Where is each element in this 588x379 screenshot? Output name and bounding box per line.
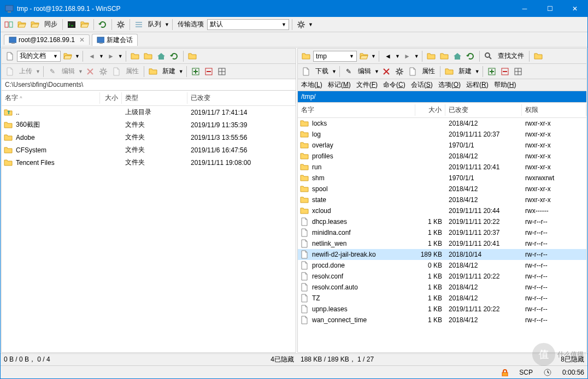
session-tab[interactable]: root@192.168.99.1 ✕ — [4, 34, 90, 45]
toolbar-icon[interactable] — [295, 19, 307, 31]
col-perm[interactable]: 权限 — [522, 104, 586, 116]
edit-button[interactable]: 编辑 — [356, 67, 373, 76]
table-row[interactable]: netlink_wen 1 KB 2019/11/11 20:41 rw-r--… — [298, 238, 586, 249]
table-row[interactable]: minidlna.conf 1 KB 2019/11/11 20:37 rw-r… — [298, 227, 586, 238]
bookmark-icon[interactable] — [532, 50, 544, 62]
props-icon[interactable] — [393, 66, 405, 78]
table-row[interactable]: state 2018/4/12 rwxr-xr-x — [298, 194, 586, 205]
table-row[interactable]: log 2019/11/11 20:37 rwxr-xr-x — [298, 129, 586, 140]
menu-session[interactable]: 会话(S) — [411, 80, 433, 90]
back-icon[interactable]: ◄ — [382, 50, 394, 62]
table-row[interactable]: dhcp.leases 1 KB 2019/11/11 20:22 rw-r--… — [298, 216, 586, 227]
new-button[interactable]: 新建 — [160, 67, 178, 76]
props-button[interactable]: 属性 — [124, 67, 141, 76]
sync-panels-icon[interactable] — [3, 19, 15, 31]
close-button[interactable]: ✕ — [562, 1, 587, 17]
col-size[interactable]: 大小 — [100, 92, 122, 104]
table-row[interactable]: procd.done 0 KB 2018/4/12 rw-r--r-- — [298, 260, 586, 271]
refresh-icon[interactable] — [464, 50, 477, 62]
sync-label[interactable]: 同步 — [42, 20, 60, 29]
minimize-button[interactable]: ─ — [512, 1, 537, 17]
col-changed[interactable]: 已改变 — [187, 92, 296, 104]
forward-icon[interactable]: ► — [401, 50, 413, 62]
menu-files[interactable]: 文件(F) — [356, 80, 378, 90]
menu-cmd[interactable]: 命令(C) — [383, 80, 405, 90]
col-name[interactable]: 名字 — [298, 104, 415, 116]
remote-file-list[interactable]: locks 2018/4/12 rwxr-xr-x log 2019/11/11… — [298, 118, 586, 352]
menu-local[interactable]: 本地(L) — [301, 80, 322, 90]
props-icon2[interactable] — [110, 66, 122, 78]
col-size[interactable]: 大小 — [415, 104, 445, 116]
remote-bookmark-combo[interactable]: tmp▼ — [313, 51, 357, 62]
table-row[interactable]: newifi-d2-jail-break.ko 189 KB 2018/10/1… — [298, 249, 586, 260]
table-row[interactable]: profiles 2018/4/12 rwxr-xr-x — [298, 151, 586, 162]
minus-icon[interactable] — [499, 66, 511, 78]
toolbar-icon[interactable] — [16, 19, 28, 31]
sync-browse-icon[interactable] — [97, 19, 109, 31]
delete-icon[interactable] — [84, 66, 96, 78]
parent-icon[interactable] — [425, 50, 437, 62]
props-button[interactable]: 属性 — [420, 67, 437, 76]
find-icon[interactable] — [483, 50, 495, 62]
col-changed[interactable]: 已改变 — [445, 104, 522, 116]
home-icon[interactable] — [155, 50, 167, 62]
upload-button[interactable]: 上传 — [17, 67, 34, 76]
new-icon[interactable] — [147, 66, 159, 78]
terminal-icon[interactable] — [66, 19, 78, 31]
transfer-preset-combo[interactable]: 默认▼ — [207, 19, 289, 30]
upload-icon[interactable] — [4, 66, 16, 78]
download-button[interactable]: 下载 — [313, 67, 331, 76]
table-row[interactable]: upnp.leases 1 KB 2019/11/11 20:22 rw-r--… — [298, 304, 586, 315]
delete-icon[interactable] — [380, 66, 392, 78]
plus-icon[interactable] — [486, 66, 498, 78]
download-icon[interactable] — [300, 66, 312, 78]
local-bookmark-combo[interactable]: 我的文档▼ — [17, 51, 61, 62]
plus-icon[interactable] — [190, 66, 202, 78]
close-tab-icon[interactable]: ✕ — [79, 36, 85, 44]
folder-icon[interactable] — [300, 50, 312, 62]
docs-icon[interactable] — [4, 50, 16, 62]
props-icon2[interactable] — [407, 66, 419, 78]
edit-icon[interactable]: ✎ — [46, 66, 58, 78]
root-icon[interactable] — [438, 50, 450, 62]
table-row[interactable]: overlay 1970/1/1 rwxr-xr-x — [298, 140, 586, 151]
back-icon[interactable]: ◄ — [86, 50, 98, 62]
table-row[interactable]: 360截图 文件夹 2019/11/9 11:35:39 — [2, 119, 296, 131]
queue-icon[interactable] — [133, 19, 145, 31]
menu-options[interactable]: 选项(O) — [438, 80, 461, 90]
table-row[interactable]: resolv.conf 1 KB 2019/11/11 20:22 rw-r--… — [298, 271, 586, 282]
find-button[interactable]: 查找文件 — [496, 51, 526, 61]
root-icon[interactable] — [142, 50, 154, 62]
table-row[interactable]: run 2019/11/11 20:41 rwxr-xr-x — [298, 162, 586, 173]
open-folder-icon[interactable] — [358, 50, 370, 62]
edit-icon[interactable]: ✎ — [343, 66, 355, 78]
menu-help[interactable]: 帮助(H) — [494, 80, 516, 90]
table-row[interactable]: resolv.conf.auto 1 KB 2018/4/12 rw-r--r-… — [298, 282, 586, 293]
table-row[interactable]: CFSystem 文件夹 2019/11/6 16:47:56 — [2, 144, 296, 156]
queue-label[interactable]: 队列 — [146, 20, 163, 29]
props-icon[interactable] — [97, 66, 109, 78]
col-type[interactable]: 类型 — [122, 92, 187, 104]
table-row[interactable]: wan_connect_time 1 KB 2018/4/12 rw-r--r-… — [298, 315, 586, 325]
new-session-tab[interactable]: 新建会话 — [92, 34, 138, 46]
grid-icon[interactable] — [216, 66, 228, 78]
table-row[interactable]: TZ 1 KB 2018/4/12 rw-r--r-- — [298, 293, 586, 304]
minus-icon[interactable] — [203, 66, 215, 78]
home-icon[interactable] — [451, 50, 463, 62]
col-name[interactable]: 名字 ^ — [2, 92, 100, 104]
bookmark-icon[interactable] — [186, 50, 198, 62]
parent-icon[interactable] — [129, 50, 141, 62]
table-row[interactable]: Adobe 文件夹 2019/11/3 13:55:56 — [2, 131, 296, 144]
open-folder-icon[interactable] — [62, 50, 74, 62]
table-row[interactable]: locks 2018/4/12 rwxr-xr-x — [298, 118, 586, 129]
new-icon[interactable] — [443, 66, 455, 78]
maximize-button[interactable]: ☐ — [537, 1, 562, 17]
table-row[interactable]: shm 1970/1/1 rwxrwxrwt — [298, 173, 586, 183]
table-row[interactable]: .. 上级目录 2019/11/7 17:41:14 — [2, 106, 296, 119]
menu-mark[interactable]: 标记(M) — [328, 80, 351, 90]
table-row[interactable]: Tencent Files 文件夹 2019/11/11 19:08:00 — [2, 156, 296, 169]
remote-path[interactable]: /tmp/ — [298, 91, 586, 103]
toolbar-icon[interactable] — [79, 19, 91, 31]
new-button[interactable]: 新建 — [456, 67, 474, 76]
toolbar-icon[interactable] — [29, 19, 41, 31]
